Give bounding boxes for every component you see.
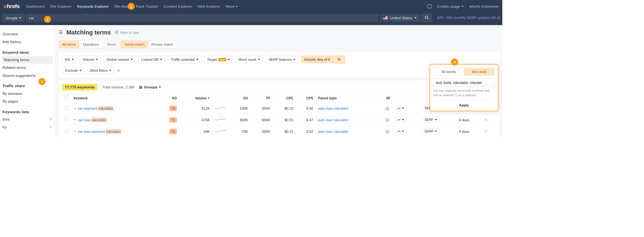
filter-exclude[interactable]: Exclude (62, 67, 84, 74)
filter-include-clear[interactable]: ✕ (333, 55, 345, 64)
chevron-down-icon (196, 58, 198, 60)
trend-button[interactable] (395, 106, 406, 111)
th-keyword[interactable]: Keyword (71, 94, 159, 102)
search-engine-select[interactable]: Google (2, 14, 25, 22)
trend-icon (398, 107, 400, 110)
nav-plan[interactable]: Ahrefs Enterprise (469, 4, 498, 8)
th-parent[interactable]: Parent topic (316, 94, 375, 102)
sidebar-item-list-try[interactable]: try2 (0, 123, 54, 131)
clear-filters-icon[interactable]: ✕ (117, 68, 120, 73)
trend-button[interactable] (395, 129, 406, 134)
nav-content-explorer[interactable]: Content Explorer (164, 4, 192, 8)
include-mode-any-word[interactable]: Any word (464, 68, 495, 75)
chevron-down-icon (72, 58, 74, 60)
expand-icon[interactable]: + (74, 117, 76, 122)
svg-line-1 (428, 18, 428, 19)
cell-tp: 695K (251, 114, 273, 126)
expand-icon[interactable]: + (74, 129, 76, 133)
logo[interactable]: ahrefs (4, 3, 20, 9)
keyword-link[interactable]: car loan payment calculator (78, 129, 121, 133)
cell-cpc: $0.15 (273, 125, 296, 137)
country-select[interactable]: United States (380, 14, 420, 22)
mode-label: Mode (107, 42, 116, 46)
chevron-down-icon (79, 69, 82, 72)
filter-target[interactable]: TargetNew (204, 56, 233, 63)
chevron-down-icon (402, 107, 404, 109)
filter-lowest-dr[interactable]: Lowest DR (139, 56, 166, 63)
th-kd[interactable]: KD (159, 94, 179, 102)
keyword-input[interactable] (26, 14, 379, 22)
keyword-link[interactable]: car payment calculator (78, 106, 113, 111)
filter-more[interactable]: More filters (87, 67, 114, 74)
serp-button[interactable]: SERP (422, 117, 439, 123)
nav-credits-usage[interactable]: Credits usage (437, 4, 464, 8)
groups-button[interactable]: Groups (139, 85, 161, 89)
th-tp[interactable]: TP (251, 94, 273, 102)
nav-web-explorer[interactable]: Web Explorer (197, 4, 220, 8)
sidebar-item-related-terms[interactable]: Related terms (0, 64, 54, 71)
filter-serp-features[interactable]: SERP features (265, 56, 298, 63)
sidebar-item-search-suggestions[interactable]: Search suggestions (0, 71, 54, 79)
row-checkbox[interactable] (65, 106, 69, 110)
sf-badge: 1 (385, 129, 390, 134)
row-checkbox[interactable] (65, 117, 69, 121)
new-badge: New (218, 58, 226, 61)
filter-include[interactable]: Include: Any of 6 (301, 56, 333, 63)
svg-point-6 (141, 87, 142, 87)
nav-rank-tracker[interactable]: Rank Tracker (136, 4, 158, 8)
sidebar-item-overview[interactable]: Overview (0, 30, 54, 38)
search-button[interactable] (421, 14, 432, 22)
keyword-link[interactable]: car loan calculator (78, 117, 107, 122)
refresh-icon[interactable]: ↻ (485, 118, 487, 122)
nav-site-explorer[interactable]: Site Explorer (50, 4, 72, 8)
how-to-use-link[interactable]: ? How to use (115, 30, 139, 34)
filter-kd[interactable]: KD (62, 56, 77, 63)
tab-all-terms[interactable]: All terms (59, 41, 80, 48)
filter-traffic-potential[interactable]: Traffic potential (168, 56, 201, 63)
trend-sparkline (215, 106, 226, 110)
sidebar-item-by-pages[interactable]: By pages (0, 97, 54, 105)
th-cpc[interactable]: CPC (273, 94, 296, 102)
include-terms-input[interactable] (433, 78, 495, 87)
sidebar-item-ads-history[interactable]: Ads history (0, 38, 54, 46)
sidebar-item-list-time[interactable]: time9 (0, 115, 54, 123)
help-icon[interactable]: ? (497, 16, 500, 20)
include-mode-all-words[interactable]: All words (434, 68, 464, 75)
th-gv[interactable]: GV (228, 94, 251, 102)
expand-icon[interactable]: + (74, 106, 76, 110)
tab-questions[interactable]: Questions (80, 41, 102, 48)
nav-keywords-explorer[interactable]: Keywords Explorer (77, 4, 109, 8)
appearance-icon[interactable] (427, 4, 431, 8)
sidebar-head-keyword-ideas: Keyword ideas (0, 46, 54, 56)
sidebar-toggle-icon[interactable]: ☰ (59, 30, 62, 35)
cell-age: 4 days (457, 125, 482, 137)
sidebar-item-by-domains[interactable]: By domains (0, 89, 54, 97)
select-all-checkbox[interactable] (65, 96, 69, 100)
filter-global-volume[interactable]: Global volume (103, 56, 136, 63)
parent-topic-link[interactable]: auto loan calculator (318, 118, 349, 122)
th-sf[interactable]: SF (375, 94, 393, 102)
tab-phrase-match[interactable]: Phrase match (148, 41, 177, 48)
chevron-down-icon (19, 17, 22, 19)
cell-volume: 512K (179, 103, 212, 114)
sidebar-item-matching-terms[interactable]: Matching terms (1, 56, 53, 64)
nav-more[interactable]: More (226, 4, 238, 8)
nav-dashboard[interactable]: Dashboard (26, 4, 44, 8)
parent-topic-link[interactable]: auto loan calculator (318, 129, 349, 133)
th-cps[interactable]: CPS (296, 94, 316, 102)
refresh-icon[interactable]: ↻ (485, 129, 487, 133)
include-apply-button[interactable]: Apply (433, 100, 495, 108)
cell-gv: 683K (228, 114, 251, 126)
tab-terms-match[interactable]: Terms match (121, 41, 148, 48)
trend-button[interactable] (395, 117, 406, 123)
row-checkbox[interactable] (65, 129, 69, 133)
parent-topic-link[interactable]: auto loan calculator (318, 106, 349, 110)
trend-icon (398, 119, 400, 121)
filter-volume[interactable]: Volume (80, 56, 101, 63)
th-volume[interactable]: Volume (179, 94, 212, 102)
serp-button[interactable]: SERP (422, 128, 439, 135)
callout-2: 2 (44, 16, 51, 23)
include-hint: You can separate terms with commas and u… (433, 89, 495, 97)
filter-word-count[interactable]: Word count (235, 56, 263, 63)
flag-us-icon (383, 16, 388, 19)
